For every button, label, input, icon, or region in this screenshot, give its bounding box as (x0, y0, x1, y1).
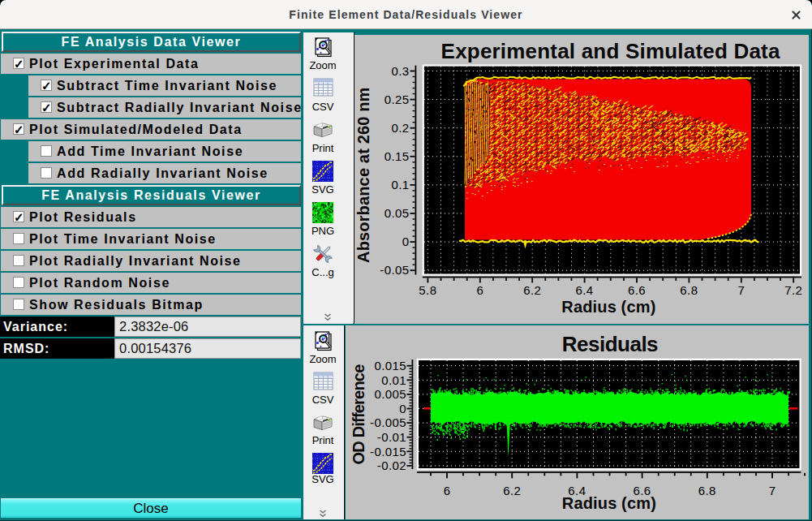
svg-text:0.15: 0.15 (385, 149, 410, 163)
svg-text:6.2: 6.2 (523, 283, 541, 297)
svg-text:Experimental and Simulated Dat: Experimental and Simulated Data (441, 39, 780, 63)
svg-text:0.3: 0.3 (391, 64, 409, 78)
svg-text:7: 7 (768, 484, 775, 497)
svg-text:Absorbance at 260 nm: Absorbance at 260 nm (355, 87, 373, 262)
svg-text:6.8: 6.8 (698, 484, 715, 497)
svg-text:-0.015: -0.015 (370, 445, 406, 459)
svg-text:6: 6 (476, 283, 483, 297)
svg-text:6.6: 6.6 (628, 283, 646, 297)
svg-text:Residuals: Residuals (561, 332, 657, 356)
svg-text:0.015: 0.015 (374, 359, 406, 372)
svg-text:0.2: 0.2 (391, 121, 409, 135)
svg-text:-0.005: -0.005 (370, 416, 406, 429)
svg-text:-0.01: -0.01 (376, 430, 406, 444)
svg-text:6.8: 6.8 (680, 283, 698, 297)
svg-text:5.8: 5.8 (419, 283, 436, 297)
svg-text:Radius (cm): Radius (cm) (561, 494, 655, 512)
svg-text:6.4: 6.4 (576, 283, 594, 297)
svg-text:7: 7 (737, 283, 745, 297)
svg-text:0.05: 0.05 (385, 206, 410, 220)
svg-text:OD Difference: OD Difference (350, 364, 367, 465)
svg-text:Radius (cm): Radius (cm) (561, 298, 655, 316)
svg-text:0: 0 (399, 402, 406, 416)
svg-text:0: 0 (402, 235, 410, 248)
svg-text:0.1: 0.1 (391, 178, 409, 192)
svg-text:0.25: 0.25 (385, 93, 410, 106)
svg-text:-0.05: -0.05 (380, 263, 409, 277)
svg-text:6.2: 6.2 (503, 484, 521, 497)
svg-text:0.005: 0.005 (374, 387, 406, 401)
svg-text:6: 6 (443, 484, 450, 497)
svg-text:7.2: 7.2 (784, 283, 802, 297)
svg-text:-0.02: -0.02 (376, 459, 406, 472)
svg-text:0.01: 0.01 (381, 373, 406, 387)
